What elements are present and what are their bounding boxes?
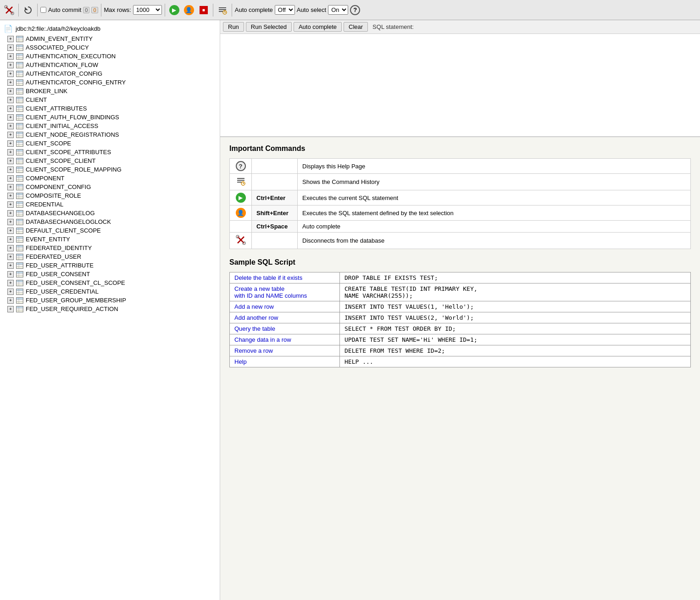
expand-button[interactable]: + bbox=[7, 245, 14, 251]
auto-complete-label: Auto complete bbox=[235, 6, 273, 13]
expand-button[interactable]: + bbox=[7, 289, 14, 295]
table-item[interactable]: +ASSOCIATED_POLICY bbox=[0, 43, 220, 52]
sep6 bbox=[232, 4, 232, 17]
table-item[interactable]: +FEDERATED_USER bbox=[0, 252, 220, 261]
svg-rect-135 bbox=[17, 306, 23, 308]
table-item[interactable]: +FED_USER_ATTRIBUTE bbox=[0, 261, 220, 270]
help-button[interactable]: ? bbox=[350, 5, 360, 15]
expand-button[interactable]: + bbox=[7, 306, 14, 312]
expand-button[interactable]: + bbox=[7, 71, 14, 77]
expand-button[interactable]: + bbox=[7, 114, 14, 121]
table-item[interactable]: +AUTHENTICATOR_CONFIG_ENTRY bbox=[0, 78, 220, 87]
expand-button[interactable]: + bbox=[7, 44, 14, 51]
table-item[interactable]: +FED_USER_CONSENT_CL_SCOPE bbox=[0, 278, 220, 287]
run-selected-button[interactable]: 👤 bbox=[183, 4, 195, 17]
connect-button[interactable] bbox=[3, 4, 16, 17]
table-item[interactable]: +CLIENT bbox=[0, 95, 220, 104]
table-item[interactable]: +FED_USER_CREDENTIAL bbox=[0, 287, 220, 296]
table-item[interactable]: +ADMIN_EVENT_ENTITY bbox=[0, 34, 220, 43]
run-sql-button[interactable]: Run bbox=[223, 22, 244, 32]
table-item[interactable]: +AUTHENTICATION_FLOW bbox=[0, 61, 220, 69]
auto-complete-select[interactable]: Off On bbox=[275, 5, 295, 15]
sample-sql-link[interactable]: Delete the table if it exists bbox=[230, 272, 340, 283]
expand-button[interactable]: + bbox=[7, 280, 14, 286]
expand-button[interactable]: + bbox=[7, 201, 14, 208]
table-item[interactable]: +CLIENT_ATTRIBUTES bbox=[0, 104, 220, 113]
table-item[interactable]: +FED_USER_GROUP_MEMBERSHIP bbox=[0, 296, 220, 305]
svg-rect-40 bbox=[17, 99, 23, 101]
max-rows-select[interactable]: 1000 500 100 10000 bbox=[133, 5, 162, 15]
run-selected-sql-button[interactable]: Run Selected bbox=[246, 22, 292, 32]
expand-button[interactable]: + bbox=[7, 193, 14, 199]
table-item[interactable]: +DATABASECHANGELOG bbox=[0, 209, 220, 217]
run-button[interactable]: ▶ bbox=[168, 4, 181, 17]
table-item[interactable]: +BROKER_LINK bbox=[0, 87, 220, 95]
expand-button[interactable]: + bbox=[7, 36, 14, 42]
sample-sql-link[interactable]: Help bbox=[230, 356, 340, 367]
expand-button[interactable]: + bbox=[7, 88, 14, 94]
table-name-label: ADMIN_EVENT_ENTITY bbox=[26, 35, 93, 42]
table-item[interactable]: +CLIENT_SCOPE_CLIENT bbox=[0, 156, 220, 165]
expand-button[interactable]: + bbox=[7, 175, 14, 182]
sql-statement-label: SQL statement: bbox=[372, 23, 414, 30]
table-item[interactable]: +CLIENT_SCOPE_ATTRIBUTES bbox=[0, 148, 220, 156]
table-item[interactable]: +AUTHENTICATOR_CONFIG bbox=[0, 69, 220, 78]
table-item[interactable]: +CREDENTIAL bbox=[0, 200, 220, 209]
table-item[interactable]: +CLIENT_INITIAL_ACCESS bbox=[0, 122, 220, 130]
table-item[interactable]: +COMPOSITE_ROLE bbox=[0, 191, 220, 200]
table-item[interactable]: +CLIENT_SCOPE_ROLE_MAPPING bbox=[0, 165, 220, 174]
refresh-button[interactable] bbox=[22, 4, 34, 17]
sample-sql-link[interactable]: Query the table bbox=[230, 323, 340, 334]
auto-select-select[interactable]: On Off bbox=[328, 5, 348, 15]
expand-button[interactable]: + bbox=[7, 228, 14, 234]
table-item[interactable]: +DEFAULT_CLIENT_SCOPE bbox=[0, 226, 220, 235]
expand-button[interactable]: + bbox=[7, 262, 14, 269]
table-item[interactable]: +CLIENT_SCOPE bbox=[0, 139, 220, 148]
table-item[interactable]: +AUTHENTICATION_EXECUTION bbox=[0, 52, 220, 61]
table-item[interactable]: +COMPONENT_CONFIG bbox=[0, 183, 220, 191]
expand-button[interactable]: + bbox=[7, 271, 14, 278]
command-icon-cell: ? bbox=[230, 159, 252, 174]
auto-select-area: Auto select On Off bbox=[297, 5, 348, 15]
expand-button[interactable]: + bbox=[7, 106, 14, 112]
table-icon bbox=[16, 88, 23, 94]
expand-button[interactable]: + bbox=[7, 297, 14, 304]
expand-button[interactable]: + bbox=[7, 53, 14, 60]
table-item[interactable]: +FEDERATED_IDENTITY bbox=[0, 244, 220, 252]
expand-button[interactable]: + bbox=[7, 236, 14, 243]
clear-sql-button[interactable]: Clear bbox=[344, 22, 368, 32]
sql-textarea[interactable] bbox=[220, 34, 700, 135]
table-name-label: DEFAULT_CLIENT_SCOPE bbox=[26, 227, 101, 234]
table-item[interactable]: +FED_USER_REQUIRED_ACTION bbox=[0, 305, 220, 313]
expand-button[interactable]: + bbox=[7, 158, 14, 164]
table-item[interactable]: +CLIENT_AUTH_FLOW_BINDINGS bbox=[0, 113, 220, 122]
expand-button[interactable]: + bbox=[7, 254, 14, 260]
expand-button[interactable]: + bbox=[7, 79, 14, 86]
expand-button[interactable]: + bbox=[7, 62, 14, 68]
table-icon bbox=[16, 184, 23, 190]
sample-sql-link[interactable]: Add a new row bbox=[230, 301, 340, 312]
command-icon-cell-hist bbox=[230, 174, 252, 190]
expand-button[interactable]: + bbox=[7, 184, 14, 190]
stop-button[interactable]: ■ bbox=[197, 4, 210, 17]
expand-button[interactable]: + bbox=[7, 219, 14, 225]
table-item[interactable]: +EVENT_ENTITY bbox=[0, 235, 220, 244]
expand-button[interactable]: + bbox=[7, 140, 14, 147]
sample-sql-link[interactable]: Add another row bbox=[230, 312, 340, 323]
expand-button[interactable]: + bbox=[7, 210, 14, 217]
expand-button[interactable]: + bbox=[7, 97, 14, 103]
table-item[interactable]: +COMPONENT bbox=[0, 174, 220, 183]
history-button[interactable] bbox=[216, 4, 229, 17]
expand-button[interactable]: + bbox=[7, 123, 14, 129]
auto-complete-sql-button[interactable]: Auto complete bbox=[294, 22, 342, 32]
table-item[interactable]: +CLIENT_NODE_REGISTRATIONS bbox=[0, 130, 220, 139]
expand-button[interactable]: + bbox=[7, 132, 14, 138]
auto-commit-checkbox[interactable] bbox=[40, 7, 46, 13]
sample-sql-link[interactable]: Remove a row bbox=[230, 345, 340, 356]
table-item[interactable]: +DATABASECHANGELOGLOCK bbox=[0, 217, 220, 226]
sample-sql-link[interactable]: Create a new table with ID and NAME colu… bbox=[230, 283, 340, 301]
expand-button[interactable]: + bbox=[7, 149, 14, 156]
table-item[interactable]: +FED_USER_CONSENT bbox=[0, 270, 220, 278]
expand-button[interactable]: + bbox=[7, 167, 14, 173]
sample-sql-link[interactable]: Change data in a row bbox=[230, 334, 340, 345]
